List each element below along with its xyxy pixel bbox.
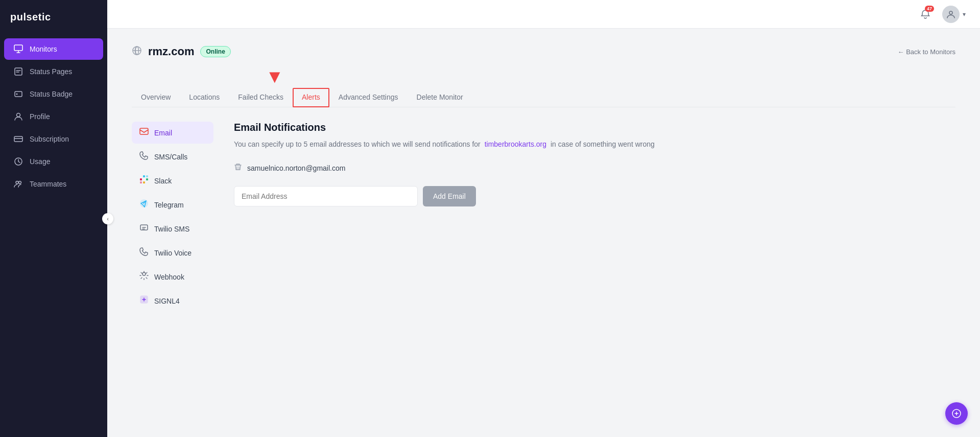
tab-delete-monitor[interactable]: Delete Monitor [408,88,472,107]
delete-email-icon[interactable] [234,163,242,173]
floating-action-button[interactable] [945,402,968,425]
email-address-input[interactable] [234,186,418,206]
sidebar-item-teammates-label: Teammates [30,180,66,188]
sidebar-item-usage-label: Usage [30,157,50,166]
content-layout: Email SMS/Calls Slack [132,122,955,312]
alert-menu-webhook-label: Webhook [154,273,184,281]
svg-rect-15 [146,178,148,180]
twilio-sms-icon [139,222,149,235]
user-menu-chevron[interactable]: ▾ [963,11,966,18]
sidebar-item-status-pages-label: Status Pages [30,67,72,76]
alert-menu-signl4[interactable]: SIGNL4 [132,290,213,312]
alert-menu-telegram-label: Telegram [154,201,184,209]
sms-calls-icon [139,150,149,163]
sidebar-item-subscription-label: Subscription [30,135,69,143]
alert-menu-twilio-voice[interactable]: Twilio Voice [132,242,213,264]
slack-icon [139,174,149,187]
tab-overview[interactable]: Overview [132,88,180,107]
alert-menu-slack[interactable]: Slack [132,170,213,192]
svg-rect-1 [15,68,22,75]
sidebar-item-profile-label: Profile [30,112,50,121]
desc-after: in case of something went wrong [551,140,655,148]
add-email-row: Add Email [234,186,955,206]
back-to-monitors-link[interactable]: ← Back to Monitors [898,48,955,56]
svg-point-3 [16,94,18,95]
monitor-header: rmz.com Online ← Back to Monitors [132,45,955,58]
webhook-icon [139,270,149,283]
email-notifications-title: Email Notifications [234,122,955,133]
twilio-voice-icon [139,246,149,259]
svg-rect-18 [146,175,148,177]
telegram-icon [139,198,149,211]
svg-point-8 [19,181,21,184]
svg-point-7 [16,181,18,184]
alert-menu-sms-calls-label: SMS/Calls [154,153,187,161]
svg-rect-14 [143,175,145,177]
app-logo: pulsetic [0,0,107,33]
sidebar-item-subscription[interactable]: Subscription [4,128,103,150]
sidebar-item-monitors[interactable]: Monitors [4,38,103,60]
sidebar-nav: Monitors Status Pages Status Badge Profi… [0,33,107,437]
sidebar-item-teammates[interactable]: Teammates [4,173,103,195]
status-pages-icon [13,66,23,77]
tab-locations[interactable]: Locations [180,88,229,107]
svg-rect-12 [140,128,148,134]
teammates-icon [13,179,23,189]
monitor-globe-icon [132,45,142,58]
alert-menu: Email SMS/Calls Slack [132,122,213,312]
alert-menu-slack-label: Slack [154,177,172,185]
svg-point-9 [949,11,952,14]
topbar: 47 ▾ [107,0,980,29]
profile-icon [13,111,23,122]
alert-menu-sms-calls[interactable]: SMS/Calls [132,146,213,168]
status-badge: Online [200,46,230,57]
svg-rect-13 [140,178,142,180]
desc-before: You can specify up to 5 email addresses … [234,140,481,148]
arrow-indicator: ▼ [266,67,284,86]
sidebar-item-status-pages[interactable]: Status Pages [4,61,103,82]
add-email-button[interactable]: Add Email [423,186,476,206]
alert-menu-twilio-sms[interactable]: Twilio SMS [132,218,213,240]
desc-link[interactable]: timberbrookarts.org [485,140,546,148]
tabs-row: Overview Locations Failed Checks Alerts … [132,88,955,107]
page-area: rmz.com Online ← Back to Monitors ▼ Over… [107,29,980,437]
svg-rect-2 [15,91,22,97]
email-menu-icon [139,126,149,139]
alert-menu-webhook[interactable]: Webhook [132,266,213,288]
email-notifications-desc: You can specify up to 5 email addresses … [234,139,955,150]
monitor-name: rmz.com [148,45,194,58]
sidebar-collapse-button[interactable]: ‹ [102,213,113,224]
user-avatar[interactable] [942,6,960,23]
sidebar-item-monitors-label: Monitors [30,45,57,53]
monitors-icon [13,44,23,54]
sidebar-item-status-badge[interactable]: Status Badge [4,83,103,105]
sidebar-item-status-badge-label: Status Badge [30,90,73,98]
alert-menu-email-label: Email [154,129,172,137]
existing-email: samuelnico.norton@gmail.com [247,164,345,172]
main-content: 47 ▾ rmz.com Online ← Back to Monitors ▼ [107,0,980,437]
svg-rect-5 [14,136,22,142]
monitor-title-row: rmz.com Online [132,45,231,58]
sidebar-item-profile[interactable]: Profile [4,106,103,127]
alert-menu-email[interactable]: Email [132,122,213,144]
sidebar-item-usage[interactable]: Usage [4,151,103,172]
alert-menu-signl4-label: SIGNL4 [154,297,180,305]
usage-icon [13,156,23,167]
email-list-item: samuelnico.norton@gmail.com [234,159,955,178]
status-badge-icon [13,89,23,99]
svg-rect-0 [14,45,22,51]
alert-menu-telegram[interactable]: Telegram [132,194,213,216]
notifications-bell[interactable]: 47 [917,6,934,23]
notifications-badge: 47 [925,6,934,12]
svg-point-4 [17,113,20,117]
signl4-icon [139,294,149,307]
sidebar: pulsetic Monitors Status Pages Status Ba… [0,0,107,437]
svg-rect-16 [143,181,145,183]
svg-rect-17 [140,181,142,183]
tab-failed-checks[interactable]: Failed Checks [229,88,293,107]
alert-menu-twilio-sms-label: Twilio SMS [154,225,189,233]
tab-alerts[interactable]: Alerts [293,88,329,107]
subscription-icon [13,134,23,144]
tab-advanced-settings[interactable]: Advanced Settings [329,88,408,107]
alert-content: Email Notifications You can specify up t… [234,122,955,312]
